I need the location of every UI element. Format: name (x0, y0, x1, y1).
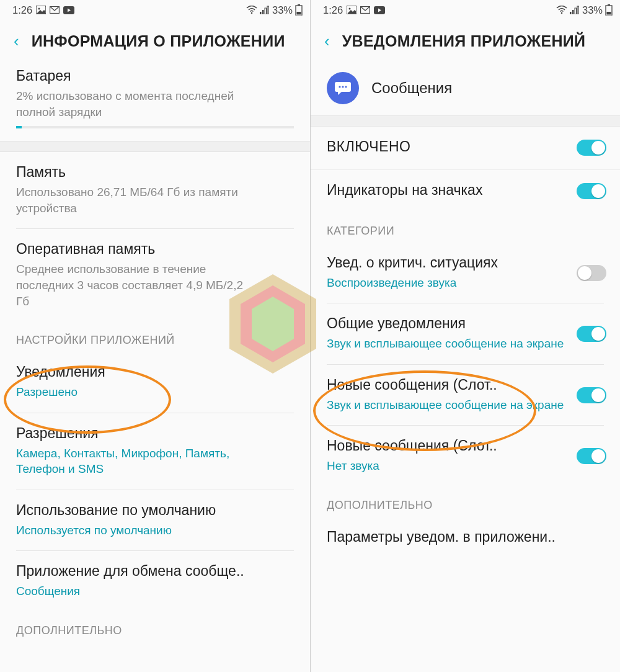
row-title: Оперативная память (16, 240, 294, 259)
toggle-general[interactable] (577, 326, 606, 342)
toggle-badges[interactable] (577, 183, 606, 199)
svg-rect-11 (265, 8, 267, 14)
svg-point-4 (38, 8, 40, 10)
toggle-enabled[interactable] (577, 140, 606, 156)
row-title: Общие уведомления (327, 315, 604, 333)
row-title: Индикаторы на значках (327, 181, 604, 200)
row-sub: 2% использовано с момента последней полн… (16, 88, 258, 120)
battery-percent: 33% (272, 4, 293, 16)
battery-icon (295, 4, 303, 16)
section-header-more: ДОПОЛНИТЕЛЬНО (0, 612, 310, 642)
row-slot2[interactable]: Новые сообщения (Слот.. Нет звука (311, 426, 620, 486)
toggle-slot2[interactable] (577, 448, 606, 464)
svg-rect-24 (575, 8, 577, 14)
row-battery[interactable]: Батарея 2% использовано с момента послед… (0, 62, 310, 141)
status-time: 1:26 (12, 4, 32, 16)
row-sub: Используется по умолчанию (16, 522, 258, 539)
row-general[interactable]: Общие уведомления Звук и всплывающее соо… (311, 303, 620, 364)
row-default-use[interactable]: Использование по умолчанию Используется … (0, 490, 310, 551)
mail-icon (360, 6, 370, 14)
battery-progress (16, 126, 294, 128)
row-sub: Звук и всплывающее сообщение на экране (327, 336, 569, 352)
mail-icon (50, 6, 60, 14)
section-header-more: ДОПОЛНИТЕЛЬНО (311, 486, 620, 517)
svg-rect-15 (297, 12, 301, 15)
row-critical[interactable]: Увед. о критич. ситуациях Воспроизведени… (311, 243, 620, 303)
row-sub: Сообщения (16, 583, 258, 599)
header: ‹ ИНФОРМАЦИЯ О ПРИЛОЖЕНИИ (0, 20, 310, 62)
row-sub: Камера, Контакты, Микрофон, Память, Теле… (16, 446, 258, 477)
svg-point-17 (349, 8, 351, 10)
header: ‹ УВЕДОМЛЕНИЯ ПРИЛОЖЕНИЙ (311, 20, 620, 62)
row-title: Увед. о критич. ситуациях (327, 254, 604, 272)
youtube-icon (374, 6, 385, 14)
row-sub: Нет звука (327, 458, 569, 474)
wifi-icon (246, 6, 257, 14)
row-title: Новые сообщения (Слот.. (327, 437, 604, 455)
row-memory[interactable]: Память Использовано 26,71 МБ/64 Гб из па… (0, 152, 310, 228)
app-name: Сообщения (371, 79, 452, 97)
svg-rect-28 (607, 12, 611, 15)
row-sub: Разрешено (16, 384, 258, 400)
toggle-slot1[interactable] (577, 387, 606, 403)
row-title: Батарея (16, 67, 294, 86)
image-icon (36, 6, 46, 14)
screen-app-notifications: 1:26 33% ‹ УВЕДОМЛЕНИЯ ПРИЛОЖЕНИЙ Сообще… (310, 0, 620, 672)
row-enabled[interactable]: ВКЛЮЧЕНО (311, 127, 620, 169)
page-title: ИНФОРМАЦИЯ О ПРИЛОЖЕНИИ (32, 32, 285, 50)
row-notifications[interactable]: Уведомления Разрешено (0, 352, 310, 413)
row-exchange-app[interactable]: Приложение для обмена сообще.. Сообщения (0, 551, 310, 612)
section-header-categories: КАТЕГОРИИ (311, 212, 620, 243)
row-title: Параметры уведом. в приложени.. (327, 528, 604, 547)
back-button[interactable]: ‹ (324, 33, 330, 49)
messages-app-icon (327, 72, 359, 104)
row-title: Приложение для обмена сообще.. (16, 562, 294, 581)
row-title: ВКЛЮЧЕНО (327, 138, 604, 156)
row-title: Память (16, 163, 294, 182)
row-badges[interactable]: Индикаторы на значках (311, 170, 620, 212)
row-params[interactable]: Параметры уведом. в приложени.. (311, 517, 620, 559)
row-title: Разрешения (16, 424, 294, 443)
status-bar: 1:26 33% (311, 0, 620, 20)
signal-icon (260, 6, 270, 14)
image-icon (347, 6, 356, 14)
svg-rect-22 (570, 12, 572, 14)
row-sub: Воспроизведение звука (327, 275, 569, 291)
svg-rect-12 (267, 6, 269, 14)
svg-rect-9 (260, 12, 262, 14)
status-time: 1:26 (323, 4, 343, 16)
battery-icon (605, 4, 613, 16)
svg-point-29 (339, 86, 340, 87)
app-header: Сообщения (311, 62, 620, 115)
section-header-app-settings: НАСТРОЙКИ ПРИЛОЖЕНИЙ (0, 321, 310, 352)
status-bar: 1:26 33% (0, 0, 310, 20)
row-title: Использование по умолчанию (16, 501, 294, 520)
row-title: Уведомления (16, 363, 294, 382)
svg-point-21 (561, 12, 563, 14)
page-title: УВЕДОМЛЕНИЯ ПРИЛОЖЕНИЙ (342, 32, 586, 50)
toggle-critical[interactable] (577, 265, 606, 281)
wifi-icon (556, 6, 567, 14)
svg-rect-10 (262, 10, 264, 14)
section-separator (0, 141, 310, 152)
row-title: Новые сообщения (Слот.. (327, 376, 604, 395)
signal-icon (570, 6, 580, 14)
row-sub: Использовано 26,71 МБ/64 Гб из памяти ус… (16, 184, 258, 216)
svg-rect-23 (572, 10, 574, 14)
svg-point-8 (251, 12, 253, 14)
row-sub: Среднее использование в течение последни… (16, 261, 258, 309)
svg-point-30 (342, 86, 343, 87)
screen-app-info: 1:26 33% ‹ ИНФОРМАЦИЯ О ПРИЛОЖЕНИИ Батар… (0, 0, 310, 672)
svg-rect-25 (577, 6, 579, 14)
back-button[interactable]: ‹ (14, 33, 19, 49)
battery-percent: 33% (582, 4, 603, 16)
row-permissions[interactable]: Разрешения Камера, Контакты, Микрофон, П… (0, 413, 310, 490)
youtube-icon (63, 6, 74, 14)
row-ram[interactable]: Оперативная память Среднее использование… (0, 229, 310, 321)
section-separator (311, 115, 620, 127)
svg-point-31 (345, 86, 347, 87)
row-sub: Звук и всплывающее сообщение на экране (327, 397, 569, 413)
row-slot1[interactable]: Новые сообщения (Слот.. Звук и всплывающ… (311, 365, 620, 426)
